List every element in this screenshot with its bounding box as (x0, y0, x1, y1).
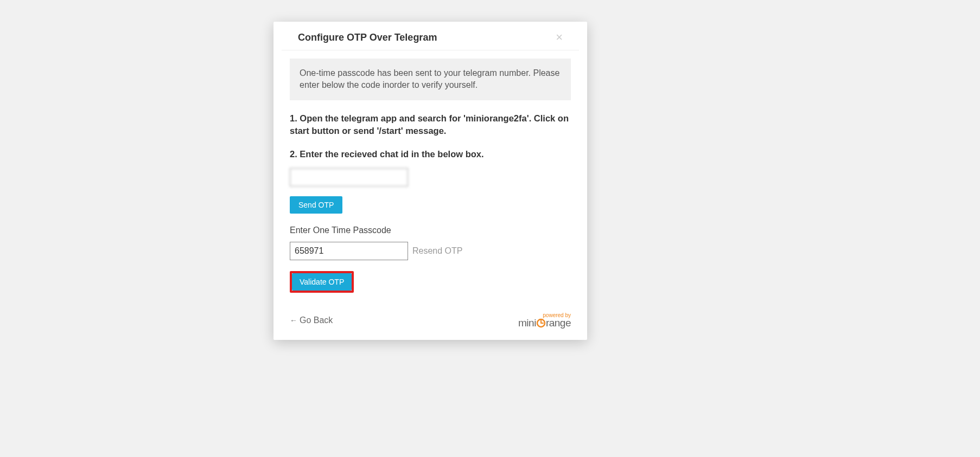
send-otp-button[interactable]: Send OTP (290, 196, 342, 214)
info-message: One-time passcode has been sent to your … (290, 59, 571, 100)
otp-field-label: Enter One Time Passcode (290, 226, 571, 235)
otp-input[interactable] (290, 242, 408, 260)
modal-title: Configure OTP Over Telegram (298, 32, 437, 43)
miniorange-logo: minirange (518, 317, 571, 329)
validate-otp-button[interactable]: Validate OTP (292, 273, 352, 291)
arrow-left-icon: ← (290, 316, 297, 325)
go-back-label: Go Back (300, 316, 333, 325)
otp-input-row: Resend OTP (290, 242, 571, 260)
modal-footer: ← Go Back powered by minirange (273, 304, 587, 340)
brand-part-2: range (546, 317, 571, 329)
go-back-link[interactable]: ← Go Back (290, 316, 333, 325)
instruction-step-2: 2. Enter the recieved chat id in the bel… (290, 149, 571, 159)
instruction-step-1: 1. Open the telegram app and search for … (290, 112, 571, 137)
orange-o-icon (536, 317, 546, 329)
close-button[interactable]: × (556, 31, 563, 43)
brand-part-1: mini (518, 317, 536, 329)
validate-highlight-box: Validate OTP (290, 271, 354, 293)
configure-otp-modal: Configure OTP Over Telegram × One-time p… (273, 22, 587, 340)
modal-body: One-time passcode has been sent to your … (273, 50, 587, 304)
resend-otp-link[interactable]: Resend OTP (412, 246, 462, 256)
powered-by-branding: powered by minirange (518, 312, 571, 329)
chat-id-input[interactable] (290, 168, 408, 186)
modal-header: Configure OTP Over Telegram × (282, 22, 579, 50)
